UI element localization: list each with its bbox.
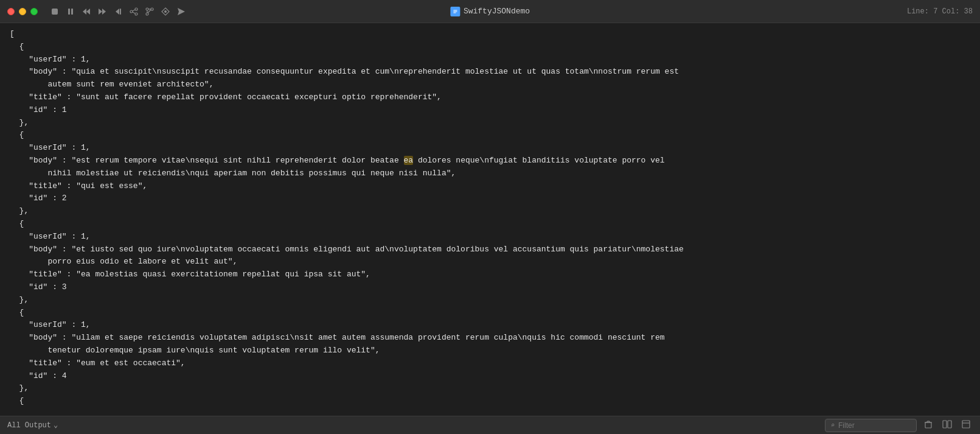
share-icon[interactable] bbox=[128, 5, 140, 18]
traffic-lights bbox=[7, 8, 38, 15]
filter-input[interactable] bbox=[838, 421, 911, 430]
chevron-icon: ⌄ bbox=[54, 421, 58, 430]
svg-rect-8 bbox=[120, 9, 121, 15]
forward-icon[interactable] bbox=[96, 5, 108, 18]
svg-point-15 bbox=[151, 8, 153, 10]
svg-rect-33 bbox=[948, 421, 951, 428]
location-icon[interactable] bbox=[159, 5, 172, 18]
svg-marker-4 bbox=[86, 9, 90, 15]
bottombar: All Output ⌄ ⌕ bbox=[0, 416, 980, 434]
svg-rect-34 bbox=[962, 421, 970, 428]
svg-marker-7 bbox=[116, 9, 119, 15]
svg-point-16 bbox=[146, 13, 148, 15]
svg-line-12 bbox=[133, 10, 135, 11]
svg-marker-22 bbox=[178, 8, 185, 15]
titlebar-center: SwiftyJSONdemo bbox=[450, 7, 530, 16]
svg-point-10 bbox=[130, 10, 133, 13]
svg-point-21 bbox=[164, 10, 167, 13]
titlebar: SwiftyJSONdemo Line: 7 Col: 38 bbox=[0, 0, 980, 23]
svg-point-11 bbox=[135, 13, 137, 15]
svg-marker-6 bbox=[102, 9, 106, 15]
filter-box[interactable]: ⌕ bbox=[825, 419, 917, 432]
document-icon bbox=[450, 7, 460, 16]
rewind-icon[interactable] bbox=[80, 5, 92, 18]
step-back-icon[interactable] bbox=[112, 5, 124, 18]
svg-rect-1 bbox=[68, 9, 70, 15]
bottombar-right: ⌕ bbox=[825, 419, 973, 432]
toolbar-icons bbox=[49, 5, 187, 18]
code-output: [ { "userId" : 1, "body" : "quia et susc… bbox=[0, 23, 980, 416]
svg-rect-32 bbox=[943, 421, 947, 428]
svg-point-9 bbox=[135, 8, 137, 10]
maximize-button[interactable] bbox=[30, 8, 38, 15]
svg-rect-2 bbox=[71, 9, 73, 15]
output-selector[interactable]: All Output ⌄ bbox=[7, 421, 58, 430]
svg-line-13 bbox=[133, 12, 135, 13]
minimize-button[interactable] bbox=[19, 8, 26, 15]
output-label: All Output bbox=[7, 421, 51, 430]
svg-rect-0 bbox=[52, 9, 58, 15]
trash-icon[interactable] bbox=[922, 420, 935, 431]
split-view-icon[interactable] bbox=[940, 420, 954, 431]
svg-rect-27 bbox=[925, 422, 931, 428]
window-title: SwiftyJSONdemo bbox=[464, 7, 530, 16]
filter-icon: ⌕ bbox=[830, 421, 835, 429]
expand-icon[interactable] bbox=[959, 420, 973, 431]
send-icon[interactable] bbox=[175, 5, 187, 18]
json-code: [ { "userId" : 1, "body" : "quia et susc… bbox=[0, 28, 980, 408]
titlebar-left bbox=[7, 5, 187, 18]
pause-icon[interactable] bbox=[64, 5, 77, 18]
close-button[interactable] bbox=[7, 8, 15, 15]
svg-marker-5 bbox=[99, 9, 102, 15]
svg-marker-3 bbox=[83, 9, 86, 15]
svg-point-14 bbox=[146, 8, 148, 10]
stop-icon[interactable] bbox=[49, 5, 61, 18]
branch-icon[interactable] bbox=[144, 5, 156, 18]
cursor-position: Line: 7 Col: 38 bbox=[907, 7, 973, 16]
highlighted-ea: ea bbox=[404, 156, 414, 165]
